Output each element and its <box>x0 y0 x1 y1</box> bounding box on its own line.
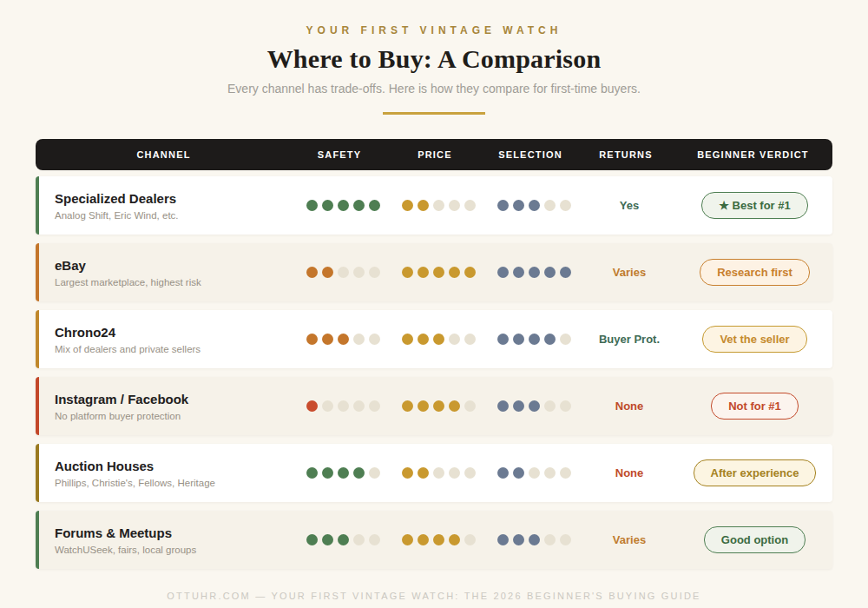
selection-dot <box>497 267 509 278</box>
verdict-badge: ★ Best for #1 <box>701 192 807 219</box>
safety-dot <box>306 267 318 278</box>
safety-dot <box>369 267 380 278</box>
verdict-badge: Research first <box>700 259 810 286</box>
price-dot <box>402 200 413 211</box>
safety-dots <box>295 400 391 412</box>
selection-dot <box>497 534 509 545</box>
selection-dot <box>560 467 571 479</box>
page-title: Where to Buy: A Comparison <box>0 44 868 74</box>
price-dots <box>391 534 486 545</box>
selection-dots <box>486 267 582 278</box>
page-subtitle: Every channel has trade-offs. Here is ho… <box>0 82 868 96</box>
selection-dot <box>560 200 571 211</box>
selection-dot <box>560 267 571 278</box>
price-dot <box>433 200 444 211</box>
channel-cell: Instagram / Facebook No platform buyer p… <box>39 392 295 421</box>
channel-subtitle: Largest marketplace, highest risk <box>55 277 295 287</box>
price-dot <box>433 467 444 479</box>
gold-divider <box>383 112 485 115</box>
column-header-channel: CHANNEL <box>36 149 292 160</box>
verdict-cell: After experience <box>677 459 832 486</box>
verdict-badge: Good option <box>704 526 806 553</box>
price-dot <box>464 267 476 278</box>
safety-dot <box>306 400 318 412</box>
safety-dot <box>369 334 380 345</box>
channel-cell: Specialized Dealers Analog Shift, Eric W… <box>39 191 295 221</box>
price-dot <box>418 267 429 278</box>
selection-dot <box>544 267 556 278</box>
price-dot <box>449 334 460 345</box>
channel-subtitle: No platform buyer protection <box>55 411 295 421</box>
verdict-cell: Vet the seller <box>677 326 832 353</box>
price-dots <box>391 267 486 278</box>
table-row: eBay Largest marketplace, highest risk V… <box>36 243 832 301</box>
column-header-returns: RETURNS <box>578 149 674 160</box>
selection-dots <box>486 200 582 211</box>
safety-dot <box>353 267 365 278</box>
channel-name: Chrono24 <box>55 325 295 340</box>
safety-dot <box>322 400 333 412</box>
selection-dot <box>560 534 571 545</box>
price-dot <box>449 400 460 412</box>
selection-dot <box>560 400 571 412</box>
price-dot <box>464 400 476 412</box>
safety-dot <box>338 267 349 278</box>
price-dot <box>418 534 429 545</box>
channel-subtitle: Mix of dealers and private sellers <box>55 344 295 354</box>
safety-dot <box>338 200 349 211</box>
safety-dots <box>295 534 391 545</box>
price-dot <box>402 534 413 545</box>
selection-dot <box>529 467 540 479</box>
footer-text: OTTUHR.COM — YOUR FIRST VINTAGE WATCH: T… <box>0 591 868 601</box>
safety-dots <box>295 267 391 278</box>
price-dot <box>402 467 413 479</box>
verdict-cell: ★ Best for #1 <box>677 192 832 219</box>
verdict-cell: Research first <box>677 259 832 286</box>
price-dot <box>449 467 460 479</box>
channel-name: eBay <box>55 258 295 273</box>
selection-dot <box>544 467 556 479</box>
selection-dot <box>497 400 509 412</box>
eyebrow-text: YOUR FIRST VINTAGE WATCH <box>0 24 868 36</box>
returns-value: Yes <box>582 199 677 212</box>
page: YOUR FIRST VINTAGE WATCH Where to Buy: A… <box>0 0 868 608</box>
selection-dot <box>529 334 540 345</box>
selection-dot <box>544 400 556 412</box>
safety-dot <box>353 200 365 211</box>
safety-dots <box>295 467 391 479</box>
price-dot <box>402 400 413 412</box>
channel-cell: Forums & Meetups WatchUSeek, fairs, loca… <box>39 525 295 555</box>
column-header-price: PRICE <box>387 149 483 160</box>
table-row: Forums & Meetups WatchUSeek, fairs, loca… <box>36 511 832 569</box>
safety-dot <box>322 267 333 278</box>
safety-dot <box>306 467 318 479</box>
selection-dot <box>544 200 556 211</box>
price-dot <box>449 534 460 545</box>
verdict-badge: Not for #1 <box>711 393 799 420</box>
safety-dot <box>353 400 365 412</box>
price-dot <box>418 200 429 211</box>
channel-name: Instagram / Facebook <box>55 392 295 406</box>
returns-value: Buyer Prot. <box>582 333 677 346</box>
table-rows: Specialized Dealers Analog Shift, Eric W… <box>36 176 832 569</box>
price-dot <box>418 467 429 479</box>
verdict-badge: Vet the seller <box>702 326 806 353</box>
returns-value: None <box>582 400 677 413</box>
price-dot <box>464 200 476 211</box>
selection-dot <box>513 334 524 345</box>
selection-dot <box>529 534 540 545</box>
selection-dots <box>486 334 582 345</box>
selection-dot <box>560 334 571 345</box>
price-dots <box>391 467 486 479</box>
verdict-cell: Not for #1 <box>677 393 832 420</box>
selection-dots <box>486 467 582 479</box>
table-row: Specialized Dealers Analog Shift, Eric W… <box>36 176 832 235</box>
safety-dot <box>369 534 380 545</box>
safety-dot <box>322 200 333 211</box>
table-row: Auction Houses Phillips, Christie's, Fel… <box>36 444 832 502</box>
price-dot <box>464 334 476 345</box>
selection-dot <box>529 267 540 278</box>
returns-value: None <box>582 466 677 479</box>
table-row: Chrono24 Mix of dealers and private sell… <box>36 310 832 368</box>
column-header-safety: SAFETY <box>292 149 387 160</box>
